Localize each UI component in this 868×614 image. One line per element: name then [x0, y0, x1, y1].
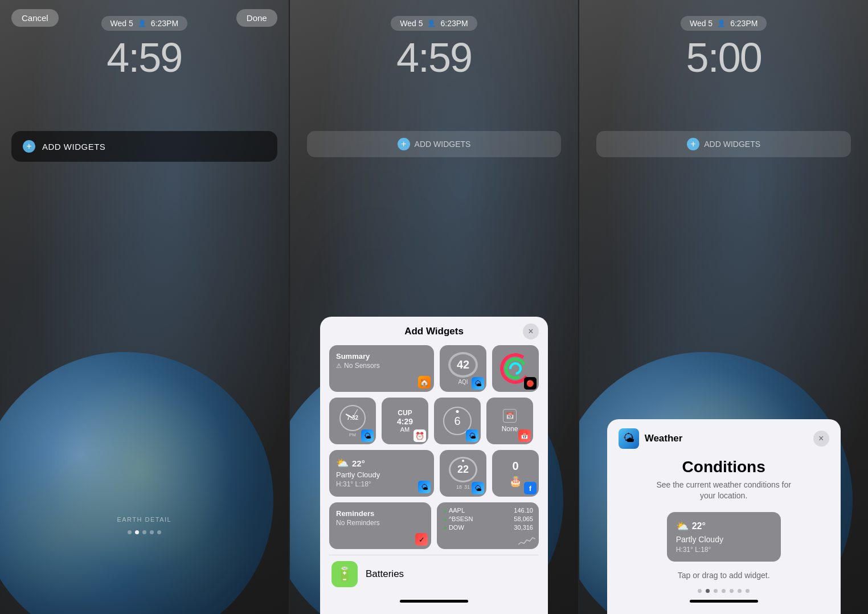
time-display-1: 4:59 — [107, 34, 182, 81]
clock-face: 7:32 — [339, 405, 366, 431]
warning-icon: ⚠ — [336, 362, 342, 370]
aqi-number: 42 — [457, 358, 469, 371]
batteries-label: Batteries — [366, 568, 404, 580]
weather-badge-1: 🌤 — [472, 377, 484, 390]
weather-app-name: Weather — [645, 433, 683, 444]
wm-dot-3 — [714, 589, 718, 593]
batteries-icon: 🔋 — [331, 561, 358, 587]
home-indicator-2 — [400, 600, 468, 603]
tap-drag-label: Tap or drag to add widget. — [619, 571, 829, 580]
weather-badge-clock: 🌤 — [361, 429, 374, 442]
person-icon-3: 👤 — [717, 19, 726, 27]
weather-modal: 🌤 Weather × Conditions See the current w… — [607, 419, 841, 614]
cup-line2: 4:29 — [397, 417, 413, 426]
num22-widget[interactable]: 22 18 31 🌤 — [440, 450, 486, 497]
stock-row-1: ▲ AAPL 146.10 — [443, 507, 533, 514]
none-widget[interactable]: 📅 None 📅 — [486, 398, 533, 444]
num22-ring: 22 — [449, 457, 477, 482]
weather-badge-sun: 🌤 — [466, 429, 478, 442]
aqi-widget[interactable]: 42 AQI 🌤 — [440, 345, 486, 392]
activity-badge: 🔴 — [524, 377, 537, 390]
arrow-3: ▲ — [443, 525, 448, 530]
modal-title: Add Widgets — [404, 326, 464, 337]
num22-sub: 18 31 — [456, 484, 470, 490]
add-widgets-bar-3[interactable]: + ADD WIDGETS — [596, 131, 851, 157]
cake-widget[interactable]: 0 🎂 f — [492, 450, 539, 497]
widget-area-1[interactable]: + ADD WIDGETS — [11, 131, 277, 162]
none-icon: 📅 — [503, 409, 517, 423]
num22-sub1: 18 — [456, 484, 462, 490]
modal-header: Add Widgets × — [329, 326, 539, 337]
batteries-list-item[interactable]: 🔋 Batteries — [329, 555, 539, 593]
ring-dot — [462, 460, 464, 462]
sparkline — [518, 534, 535, 546]
add-widgets-button-1[interactable]: ADD WIDGETS — [42, 142, 105, 152]
widgets-row-3: ⛅ 22° Partly Cloudy H:31° L:18° 🌤 22 18 … — [329, 450, 539, 497]
weather-modal-close[interactable]: × — [813, 431, 829, 447]
cup-widget[interactable]: CUP 4:29 AM ⏰ — [382, 398, 428, 444]
wm-dot-6 — [738, 589, 742, 593]
sun-widget[interactable]: 6 🌤 — [434, 398, 481, 444]
cloud-sun-icon: ⛅ — [336, 457, 349, 469]
home-badge: 🏠 — [418, 376, 431, 388]
widgets-row-4: Reminders No Reminders ✓ ▲ AAPL 146.10 ▲… — [329, 502, 539, 549]
stock-row-3: ▲ DOW 30,316 — [443, 524, 533, 531]
date-bar-3: Wed 5 👤 6:23PM — [681, 16, 767, 31]
sun-indicator-dot — [456, 410, 459, 413]
modal-close-button[interactable]: × — [523, 324, 539, 339]
dot-1 — [128, 530, 132, 534]
add-widgets-bar-2[interactable]: + ADD WIDGETS — [307, 131, 562, 157]
wm-preview-widget[interactable]: ⛅ 22° Partly Cloudy H:31° L:18° — [667, 512, 781, 562]
arrow-1: ▲ — [443, 507, 448, 513]
date-text-3: Wed 5 — [690, 19, 713, 28]
plus-icon-1: + — [23, 140, 35, 153]
stock-val-2: 58,065 — [514, 515, 533, 522]
dots-row-1 — [0, 530, 289, 534]
widgets-row-2: 7:32 PM 🌤 CUP 4:29 AM ⏰ 6 — [329, 398, 539, 444]
weather-large-widget[interactable]: ⛅ 22° Partly Cloudy H:31° L:18° 🌤 — [329, 450, 434, 497]
calendar-badge: 📅 — [518, 429, 531, 442]
reminders-badge: ✓ — [415, 533, 428, 546]
stock-symbol-2: ^BSESN — [449, 515, 473, 522]
time-text-label-3: 6:23PM — [730, 19, 758, 28]
panel-2: Wed 5 👤 6:23PM 4:59 + ADD WIDGETS Add Wi… — [290, 0, 579, 614]
lock-header-2: Wed 5 👤 6:23PM 4:59 — [290, 16, 579, 81]
panel-3: Wed 5 👤 6:23PM 5:00 + ADD WIDGETS 🌤 Weat… — [579, 0, 868, 614]
reminders-sublabel: No Reminders — [336, 519, 424, 527]
clock-widget[interactable]: 7:32 PM 🌤 — [329, 398, 376, 444]
conditions-desc: See the current weather conditions foryo… — [619, 480, 829, 502]
num22-value: 22 — [457, 464, 469, 476]
wm-cloud-icon: ⛅ — [676, 520, 689, 533]
wm-preview-temp: 22° — [692, 521, 706, 531]
stock-row-2: ▲ ^BSESN 58,065 — [443, 515, 533, 522]
wm-dot-2 — [706, 589, 710, 593]
plus-icon-3: + — [687, 138, 699, 150]
weather-temp: 22° — [352, 459, 365, 468]
weather-badge-large: 🌤 — [418, 481, 431, 493]
add-widgets-label-3: ADD WIDGETS — [704, 140, 760, 149]
wm-preview-top: ⛅ 22° — [676, 520, 772, 533]
wm-dot-5 — [730, 589, 734, 593]
summary-widget[interactable]: Summary ⚠ No Sensors 🏠 — [329, 345, 434, 392]
widgets-row-1: Summary ⚠ No Sensors 🏠 42 AQI 🌤 — [329, 345, 539, 392]
activity-rings-widget[interactable]: 🔴 — [492, 345, 539, 392]
person-icon-1: 👤 — [138, 19, 146, 27]
stock-symbol-1: AAPL — [449, 507, 465, 514]
earth-detail-label: EARTH DETAIL — [0, 516, 289, 523]
wm-dots — [619, 589, 829, 593]
dot-3 — [142, 530, 146, 534]
time-text-label-1: 6:23PM — [151, 19, 178, 28]
clock-period: PM — [349, 432, 356, 437]
fb-badge: f — [524, 482, 537, 494]
weather-badge-22: 🌤 — [472, 482, 484, 494]
dot-2 — [135, 530, 139, 534]
summary-sublabel: ⚠ No Sensors — [336, 362, 427, 370]
home-indicator-3 — [690, 600, 758, 603]
reminders-widget[interactable]: Reminders No Reminders ✓ — [329, 502, 431, 549]
date-text-1: Wed 5 — [110, 19, 133, 28]
wm-header: 🌤 Weather × — [619, 428, 829, 449]
aqi-ring: 42 — [448, 352, 478, 378]
plus-icon-2: + — [398, 138, 410, 150]
lock-header-1: Wed 5 👤 6:23PM 4:59 — [0, 16, 289, 81]
stocks-widget[interactable]: ▲ AAPL 146.10 ▲ ^BSESN 58,065 ▲ DOW — [437, 502, 539, 549]
